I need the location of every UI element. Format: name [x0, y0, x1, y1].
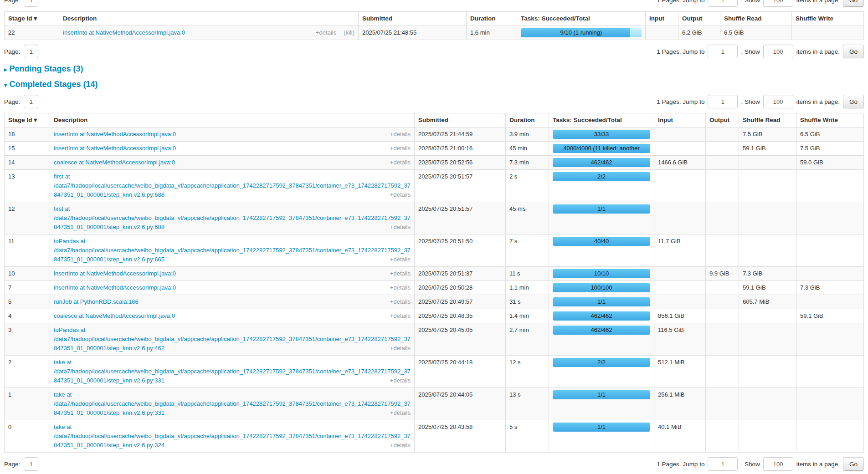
items-per-page-input[interactable]: [763, 457, 793, 471]
stage-description-link[interactable]: insertInto at NativeMethodAccessorImpl.j…: [54, 131, 176, 138]
details-toggle[interactable]: +details: [390, 269, 411, 278]
output-cell: [706, 356, 739, 388]
column-header[interactable]: Tasks: Succeeded/Total: [517, 12, 646, 26]
kill-link[interactable]: (kill): [344, 28, 354, 37]
column-header[interactable]: Duration: [506, 113, 549, 127]
column-header[interactable]: Stage Id ▾: [5, 113, 50, 127]
tasks-progress-bar: 462/462: [553, 326, 650, 335]
items-per-page-input[interactable]: [763, 95, 793, 108]
details-toggle[interactable]: +details: [390, 344, 411, 353]
stage-description-link[interactable]: coalesce at NativeMethodAccessorImpl.jav…: [54, 312, 175, 319]
column-header[interactable]: Description: [59, 12, 359, 26]
details-toggle[interactable]: +details: [316, 28, 336, 37]
column-header[interactable]: Shuffle Read: [720, 12, 792, 26]
details-toggle[interactable]: +details: [390, 297, 411, 306]
details-toggle[interactable]: +details: [390, 408, 411, 418]
description-cell: insertInto at NativeMethodAccessorImpl.j…: [50, 267, 415, 281]
go-button[interactable]: Go: [843, 95, 864, 108]
column-header[interactable]: Input: [646, 12, 678, 26]
column-header[interactable]: Shuffle Write: [796, 113, 864, 127]
go-button[interactable]: Go: [843, 45, 864, 58]
pending-stages-header[interactable]: ▸Pending Stages (3): [4, 64, 864, 74]
details-toggle[interactable]: +details: [390, 223, 411, 232]
stage-description-link[interactable]: insertInto at NativeMethodAccessorImpl.j…: [63, 29, 185, 36]
description-cell: toPandas at /data7/hadoop/local/usercach…: [50, 234, 415, 267]
stage-description-link[interactable]: insertInto at NativeMethodAccessorImpl.j…: [54, 284, 176, 291]
stage-description-link[interactable]: first at /data7/hadoop/local/usercache/w…: [54, 173, 411, 198]
go-button[interactable]: Go: [843, 457, 864, 471]
stage-description-link[interactable]: toPandas at /data7/hadoop/local/usercach…: [54, 238, 411, 263]
details-toggle[interactable]: +details: [390, 441, 411, 450]
column-header[interactable]: Stage Id ▾: [5, 12, 59, 26]
tasks-progress-label: 1/1: [553, 390, 650, 399]
column-header[interactable]: Output: [678, 12, 720, 26]
stage-id-cell: 22: [5, 26, 59, 40]
details-toggle[interactable]: +details: [390, 130, 411, 139]
page-number-input[interactable]: [24, 95, 38, 108]
completed-stages-header[interactable]: ▾Completed Stages (14): [4, 80, 864, 89]
page-number-input[interactable]: [24, 45, 38, 58]
column-header[interactable]: Output: [706, 113, 739, 127]
column-header[interactable]: Shuffle Write: [792, 12, 864, 26]
shuffle-read-cell: 605.7 MiB: [739, 295, 796, 309]
page-label: Page:: [4, 48, 20, 55]
shuffle-read-cell: 7.5 GiB: [739, 127, 796, 142]
stage-id-cell: 13: [5, 170, 50, 202]
go-button[interactable]: Go: [843, 0, 864, 7]
description-cell: coalesce at NativeMethodAccessorImpl.jav…: [50, 309, 415, 323]
tasks-progress-label: 462/462: [553, 326, 650, 335]
jump-to-page-input[interactable]: [708, 45, 738, 58]
stage-description-link[interactable]: take at /data7/hadoop/local/usercache/we…: [54, 359, 411, 384]
jump-to-page-input[interactable]: [708, 457, 738, 471]
tasks-progress-label: 462/462: [553, 311, 650, 321]
stage-description-link[interactable]: toPandas at /data7/hadoop/local/usercach…: [54, 326, 411, 352]
stage-row: 7insertInto at NativeMethodAccessorImpl.…: [5, 281, 864, 295]
page-number-input[interactable]: [24, 0, 38, 7]
input-cell: 512.1 MiB: [654, 356, 706, 388]
column-header[interactable]: Shuffle Read: [739, 113, 796, 127]
duration-cell: 45 ms: [506, 202, 549, 234]
tasks-cell: 4000/4000 (11 killed: another: [549, 142, 654, 156]
details-toggle[interactable]: +details: [390, 144, 411, 153]
jump-to-page-input[interactable]: [708, 0, 738, 7]
stage-description-link[interactable]: take at /data7/hadoop/local/usercache/we…: [54, 423, 411, 449]
stage-description-link[interactable]: first at /data7/hadoop/local/usercache/w…: [54, 205, 411, 230]
tasks-progress-label: 33/33: [553, 130, 650, 139]
details-toggle[interactable]: +details: [390, 311, 411, 321]
details-toggle[interactable]: +details: [390, 376, 411, 385]
column-header[interactable]: Tasks: Succeeded/Total: [549, 113, 654, 127]
output-cell: [706, 281, 739, 295]
stage-description-link[interactable]: runJob at PythonRDD.scala:166: [54, 298, 139, 305]
page-number-input[interactable]: [24, 457, 38, 471]
details-toggle[interactable]: +details: [390, 283, 411, 292]
stage-description-link[interactable]: insertInto at NativeMethodAccessorImpl.j…: [54, 270, 176, 277]
column-header[interactable]: Submitted: [359, 12, 467, 26]
column-header[interactable]: Description: [50, 113, 415, 127]
jump-to-page-input[interactable]: [708, 95, 738, 108]
stage-id-cell: 0: [5, 420, 50, 453]
stage-description-link[interactable]: take at /data7/hadoop/local/usercache/we…: [54, 391, 411, 416]
column-header[interactable]: Duration: [467, 12, 517, 26]
items-per-page-input[interactable]: [763, 45, 793, 58]
input-cell: [654, 295, 706, 309]
shuffle-write-cell: [796, 420, 864, 453]
output-cell: [706, 309, 739, 323]
column-header[interactable]: Input: [654, 113, 706, 127]
output-cell: [706, 127, 739, 142]
tasks-progress-bar: 100/100: [553, 283, 650, 292]
shuffle-read-cell: [739, 388, 796, 420]
column-header[interactable]: Submitted: [415, 113, 506, 127]
show-text: . Show: [741, 98, 760, 105]
items-per-page-input[interactable]: [763, 0, 793, 7]
input-cell: [654, 142, 706, 156]
submitted-cell: 2025/07/25 20:51:57: [415, 170, 506, 202]
stage-row: 13first at /data7/hadoop/local/usercache…: [5, 170, 864, 202]
stage-row: 2take at /data7/hadoop/local/usercache/w…: [5, 356, 864, 388]
details-toggle[interactable]: +details: [390, 255, 411, 264]
stage-description-link[interactable]: coalesce at NativeMethodAccessorImpl.jav…: [54, 159, 175, 166]
shuffle-write-cell: [792, 26, 864, 40]
details-toggle[interactable]: +details: [390, 190, 411, 199]
details-toggle[interactable]: +details: [390, 158, 411, 167]
stage-description-link[interactable]: insertInto at NativeMethodAccessorImpl.j…: [54, 145, 176, 152]
shuffle-read-cell: [739, 156, 796, 170]
